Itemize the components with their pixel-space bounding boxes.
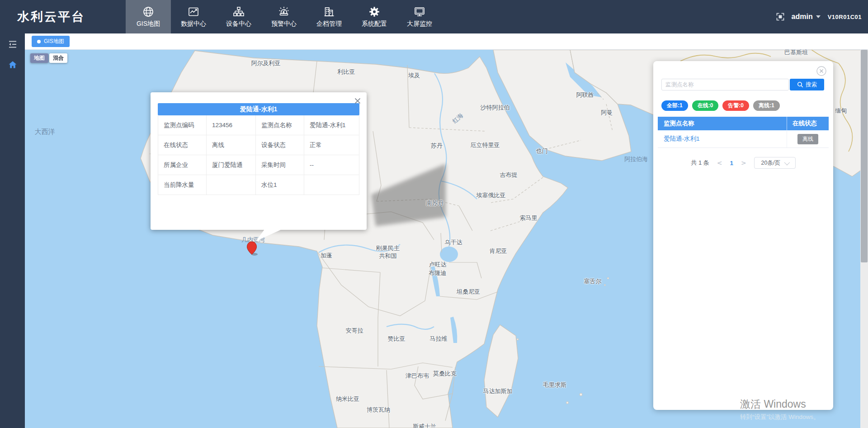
gear-icon [368,6,380,18]
search-row: 搜索 [661,79,824,90]
status-filter-pill[interactable]: 在线:0 [692,100,719,111]
username: admin [792,13,813,21]
popup-cell-label: 采集时间 [256,155,304,175]
header-right: admin V10R01C01 [776,0,862,33]
nav-item-sitemap[interactable]: 设备中心 [216,0,261,33]
map-label: 马拉维 [430,335,448,343]
popup-table-row: 所属企业厦门爱陆通采集时间-- [158,155,359,175]
popup-cell-value: 离线 [207,135,256,155]
map-label: 斯威士兰 [413,423,436,428]
status-filter-pill[interactable]: 离线:1 [753,100,780,111]
status-cell: 离线 [787,130,829,147]
nav-item-label: 数据中心 [181,20,206,28]
map-type-button[interactable]: 混合 [49,53,67,63]
popup-cell-label: 设备状态 [256,135,304,155]
globe-icon [142,6,154,18]
app-logo: 水利云平台 [17,0,85,33]
map-label: 大西洋 [35,127,55,136]
status-filter-pills: 全部:1在线:0告警:0离线:1 [661,100,780,111]
search-button[interactable]: 搜索 [790,79,824,90]
collapse-menu-icon[interactable] [8,39,18,51]
monitor-table-row[interactable]: 爱陆通-水利1离线 [658,130,829,148]
popup-cell-label: 监测点编码 [158,115,207,135]
nav-item-label: 企档管理 [316,20,342,28]
app-root: 大西洋巴基斯坦阿尔及利亚利比亚埃及沙特阿拉伯阿联酋阿曼红海苏丹厄立特里亚也门吉布… [0,0,868,428]
popup-callout-arrow [256,229,283,242]
popup-detail-table: 监测点编码123456监测点名称爱陆通-水利1在线状态离线设备状态正常所属企业厦… [158,115,359,195]
user-menu[interactable]: admin [792,13,821,21]
map-label: 南苏丹 [426,200,444,207]
nav-item-gear[interactable]: 系统配置 [352,0,397,33]
map-label: 博茨瓦纳 [367,406,390,414]
popup-cell-value: 厦门爱陆通 [207,155,256,175]
main-nav: GIS地图数据中心设备中心预警中心企档管理系统配置大屏监控 [126,0,442,33]
building-icon [323,6,335,18]
vertical-scrollbar-thumb[interactable] [861,50,868,262]
map-type-button[interactable]: 地图 [30,53,48,63]
home-icon[interactable] [8,60,17,71]
marker-popup: 爱陆通-水利1 监测点编码123456监测点名称爱陆通-水利1在线状态离线设备状… [151,92,367,230]
map-label: 埃及 [408,72,420,80]
map-label: 厄立特里亚 [471,142,500,149]
map-label: 津巴布韦 [406,372,429,380]
chevron-down-icon [784,159,790,165]
map-label: 阿联酋 [576,91,594,99]
status-filter-pill[interactable]: 告警:0 [722,100,749,111]
status-badge: 离线 [797,134,818,144]
map-label: 布隆迪 [429,270,447,277]
map-label: 吉布提 [500,171,518,179]
nav-item-globe[interactable]: GIS地图 [126,0,171,33]
nav-item-building[interactable]: 企档管理 [307,0,352,33]
nav-item-label: 大屏监控 [407,20,432,28]
prev-page-icon[interactable]: < [717,159,722,166]
caret-down-icon [816,15,821,18]
map-label: 刚果民主 共和国 [376,245,400,260]
map-label: 也门 [536,147,548,155]
nav-item-label: GIS地图 [137,20,160,28]
tab-gis-map[interactable]: GIS地图 [32,36,70,47]
map-label: 阿拉伯海 [624,156,648,163]
map-marker-pin[interactable] [246,240,259,258]
monitor-name-link[interactable]: 爱陆通-水利1 [658,130,787,147]
popup-cell-label: 当前降水量 [158,175,207,195]
map-label: 卢旺达 [429,261,447,269]
map-label: 莫桑比克 [433,370,457,378]
status-filter-pill[interactable]: 全部:1 [661,100,688,111]
map-label: 巴基斯坦 [784,50,808,56]
search-input[interactable] [661,79,789,90]
popup-close-icon[interactable] [354,97,361,105]
search-icon [797,81,803,88]
map-label: 阿尔及利亚 [251,60,281,67]
popup-cell-label: 所属企业 [158,155,207,175]
monitor-list-panel: 搜索 全部:1在线:0告警:0离线:1 监测点名称 在线状态 爱陆通-水利1离线… [653,61,833,410]
nav-item-label: 设备中心 [226,20,251,28]
monitor-table-header: 监测点名称 在线状态 [658,117,829,130]
nav-item-label: 预警中心 [271,20,297,28]
nav-item-label: 系统配置 [362,20,387,28]
nav-item-chart[interactable]: 数据中心 [171,0,216,33]
popup-cell-value: -- [304,155,359,175]
nav-item-monitor[interactable]: 大屏监控 [397,0,442,33]
map-type-switch: 地图混合 [30,53,67,63]
map-label: 沙特阿拉伯 [481,104,510,112]
panel-close-icon[interactable] [816,66,827,76]
map-label: 加蓬 [321,252,332,260]
popup-cell-value: 正常 [304,135,359,155]
fullscreen-icon[interactable] [776,13,784,21]
page-size-select[interactable]: 20条/页 [754,157,796,169]
monitor-table-body: 爱陆通-水利1离线 [658,130,829,148]
popup-cell-value [207,175,256,195]
next-page-icon[interactable]: > [741,159,746,166]
map-label: 利比亚 [338,68,355,76]
map-label: 索马里 [520,214,538,222]
map-label: 阿曼 [601,109,613,117]
nav-item-alarm[interactable]: 预警中心 [261,0,307,33]
map-label: 苏丹 [431,142,443,150]
page-number[interactable]: 1 [730,160,733,166]
vertical-scrollbar-track[interactable] [860,50,868,428]
map-label: 毛里求斯 [543,381,566,389]
map-label: 马达加斯加 [483,388,513,395]
tab-bar: GIS地图 [25,33,868,50]
sitemap-icon [233,6,245,18]
pagination: 共 1 条 < 1 > 20条/页 [653,157,833,169]
